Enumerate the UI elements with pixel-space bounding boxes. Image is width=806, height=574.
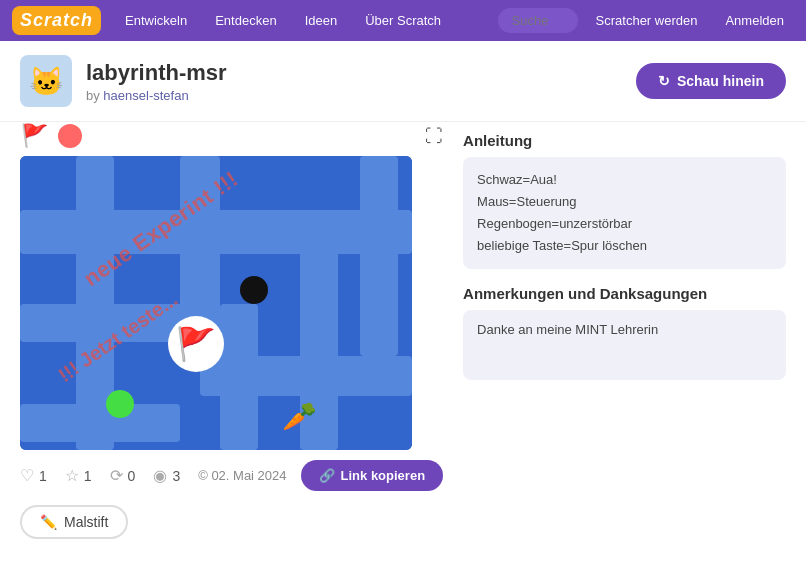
nav-ueber-scratch[interactable]: Über Scratch [351,0,455,41]
corridor-v5 [220,304,258,450]
star-icon: ☆ [65,466,79,485]
sprite-carrot: 🥕 [282,400,317,433]
project-header: 🐱 labyrinth-msr by haensel-stefan ↻ Scha… [0,41,806,122]
project-date: © 02. Mai 2024 [198,468,286,483]
copy-link-button[interactable]: 🔗 Link kopieren [301,460,444,491]
eye-icon: ◉ [153,466,167,485]
malstift-button[interactable]: ✏️ Malstift [20,505,128,539]
stop-button[interactable] [58,124,82,148]
author-prefix: by [86,88,100,103]
author-link[interactable]: haensel-stefan [103,88,188,103]
favorites-count: 1 [84,468,92,484]
scratcher-werden-button[interactable]: Scratcher werden [586,13,708,28]
project-author: by haensel-stefan [86,88,227,103]
nav-right: Scratcher werden Anmelden [586,13,794,28]
views-stat: ◉ 3 [153,466,180,485]
views-count: 3 [172,468,180,484]
nav-entwickeln[interactable]: Entwickeln [111,0,201,41]
corridor-v2 [180,156,220,316]
sprite-flag: 🚩 [168,316,224,372]
page-title: labyrinth-msr [86,60,227,86]
stats-right: © 02. Mai 2024 🔗 Link kopieren [198,460,443,491]
nav-entdecken[interactable]: Entdecken [201,0,290,41]
player-canvas: 🚩 🥕 neue Experint !!! !!! Jetzt teste... [20,156,412,450]
notes-text: Danke an meine MINT Lehrerin [477,322,772,337]
likes-stat: ♡ 1 [20,466,47,485]
malstift-label: Malstift [64,514,108,530]
heart-icon: ♡ [20,466,34,485]
instructions-line-4: beliebige Taste=Spur löschen [477,235,772,257]
avatar: 🐱 [20,55,72,107]
nav-links: Entwickeln Entdecken Ideen Über Scratch [111,0,498,41]
copy-link-label: Link kopieren [341,468,426,483]
sprite-black-ball [240,276,268,304]
remixes-count: 0 [128,468,136,484]
fullscreen-button[interactable]: ⛶ [425,126,443,147]
info-section: Anleitung Schwaz=Aua! Maus=Steuerung Reg… [463,122,786,539]
ctrl-left: 🚩 [20,122,82,150]
corridor-v4 [360,156,398,356]
green-flag-button[interactable]: 🚩 [20,122,48,150]
nav-ideen[interactable]: Ideen [291,0,352,41]
scratch-logo[interactable]: Scratch [12,6,101,35]
player-controls: 🚩 ⛶ [20,122,443,150]
instructions-box: Schwaz=Aua! Maus=Steuerung Regenbogen=un… [463,157,786,269]
instructions-label: Anleitung [463,132,786,149]
instructions-line-3: Regenbogen=unzerstörbar [477,213,772,235]
main-content: 🚩 ⛶ 🚩 🥕 neue Experint !!! [0,122,806,549]
sprite-green-ball [106,390,134,418]
remixes-stat: ⟳ 0 [110,466,136,485]
anmelden-button[interactable]: Anmelden [715,13,794,28]
pencil-icon: ✏️ [40,514,57,530]
instructions-line-2: Maus=Steuerung [477,191,772,213]
favorites-stat: ☆ 1 [65,466,92,485]
navigation: Scratch Entwickeln Entdecken Ideen Über … [0,0,806,41]
project-info: labyrinth-msr by haensel-stefan [86,60,227,103]
likes-count: 1 [39,468,47,484]
remix-icon: ↻ [658,73,670,89]
notes-label: Anmerkungen und Danksagungen [463,285,786,302]
stats-bar: ♡ 1 ☆ 1 ⟳ 0 ◉ 3 © 02. Mai 2024 🔗 Link ko… [20,450,443,499]
link-icon: 🔗 [319,468,335,483]
search-input[interactable] [498,8,578,33]
header-left: 🐱 labyrinth-msr by haensel-stefan [20,55,227,107]
watch-button[interactable]: ↻ Schau hinein [636,63,786,99]
player-section: 🚩 ⛶ 🚩 🥕 neue Experint !!! [20,122,443,539]
watch-button-label: Schau hinein [677,73,764,89]
instructions-line-1: Schwaz=Aua! [477,169,772,191]
remix-stat-icon: ⟳ [110,466,123,485]
notes-box: Danke an meine MINT Lehrerin [463,310,786,380]
